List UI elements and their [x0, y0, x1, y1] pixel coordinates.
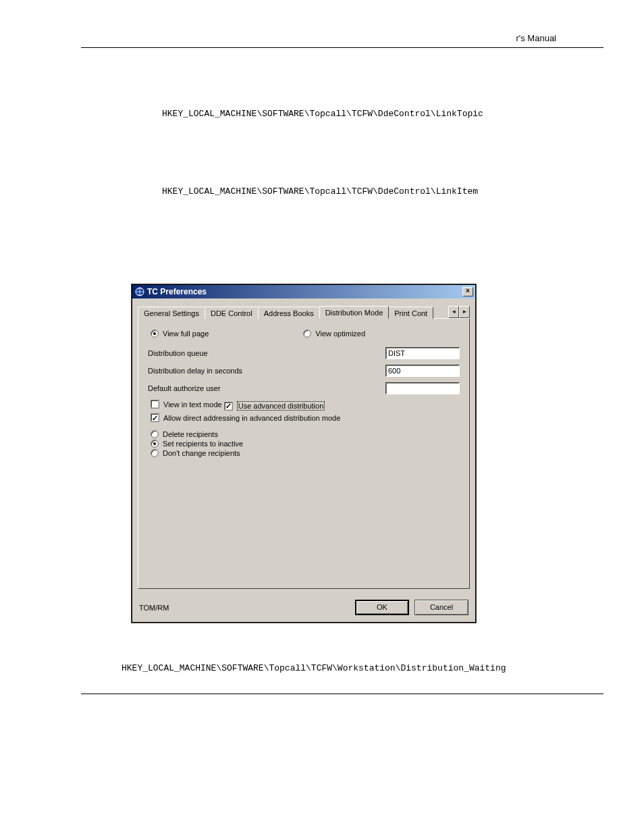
auth-user-input[interactable] [385, 382, 460, 394]
tab-address-books[interactable]: Address Books [258, 307, 320, 319]
tab-print-cont[interactable]: Print Cont [388, 307, 433, 319]
radio-icon [151, 449, 159, 457]
checkbox-label: View in text mode [163, 400, 222, 409]
tab-panel-distribution: View full page View optimized Distributi… [138, 319, 470, 589]
radio-label: Don't change recipients [163, 449, 240, 457]
radio-view-optimized[interactable]: View optimized [303, 330, 365, 338]
status-text: TOM/RM [139, 604, 350, 612]
titlebar[interactable]: TC Preferences × [132, 285, 475, 298]
checkbox-icon [224, 402, 233, 411]
checkbox-label: Allow direct addressing in advanced dist… [163, 414, 340, 422]
radio-label: Delete recipients [163, 430, 218, 438]
tab-dde-control[interactable]: DDE Control [205, 307, 259, 319]
dialog-title: TC Preferences [147, 287, 462, 296]
tab-scroll-right[interactable]: ▸ [459, 306, 470, 318]
radio-label: View full page [163, 330, 209, 338]
cancel-button[interactable]: Cancel [414, 600, 468, 615]
header-right-text: r's Manual [516, 33, 556, 43]
registry-path-linktopic: HKEY_LOCAL_MACHINE\SOFTWARE\Topcall\TCFW… [162, 109, 603, 119]
radio-delete-recipients[interactable]: Delete recipients [151, 430, 460, 438]
registry-path-linkitem: HKEY_LOCAL_MACHINE\SOFTWARE\Topcall\TCFW… [162, 186, 603, 197]
tabstrip: General Settings DDE Control Address Boo… [138, 304, 470, 319]
header-rule [81, 47, 603, 48]
radio-icon [303, 330, 311, 338]
tab-distribution-mode[interactable]: Distribution Mode [319, 306, 390, 319]
checkbox-label: Use advanced distribution [237, 401, 325, 411]
tab-general-settings[interactable]: General Settings [138, 307, 205, 319]
checkbox-icon [151, 400, 159, 409]
radio-set-recipients-inactive[interactable]: Set recipients to inactive [151, 440, 460, 448]
checkbox-icon [151, 413, 159, 422]
radio-view-full-page[interactable]: View full page [151, 330, 209, 338]
radio-icon [151, 440, 159, 448]
preferences-dialog: TC Preferences × General Settings DDE Co… [132, 284, 476, 623]
radio-icon [151, 430, 159, 438]
checkbox-allow-direct-addressing[interactable]: Allow direct addressing in advanced dist… [151, 413, 340, 422]
checkbox-advanced-distribution[interactable]: Use advanced distribution [224, 401, 325, 411]
checkbox-text-mode[interactable]: View in text mode [151, 400, 222, 409]
delay-input[interactable] [385, 365, 460, 377]
radio-label: Set recipients to inactive [163, 440, 243, 448]
dist-queue-label: Distribution queue [148, 349, 323, 357]
footer-rule [81, 694, 603, 694]
delay-label: Distribution delay in seconds [148, 367, 323, 375]
dist-queue-input[interactable] [385, 347, 460, 359]
tab-scroll-left[interactable]: ◂ [448, 306, 459, 318]
dialog-footer: TOM/RM OK Cancel [132, 594, 475, 622]
ok-button[interactable]: OK [355, 600, 409, 615]
close-button[interactable]: × [462, 287, 473, 296]
app-icon [135, 287, 144, 296]
auth-user-label: Default authorize user [148, 384, 323, 392]
radio-label: View optimized [315, 330, 365, 338]
radio-dont-change-recipients[interactable]: Don't change recipients [151, 449, 460, 457]
registry-path-dist-waiting: HKEY_LOCAL_MACHINE\SOFTWARE\Topcall\TCFW… [122, 663, 603, 673]
radio-icon [151, 330, 159, 338]
